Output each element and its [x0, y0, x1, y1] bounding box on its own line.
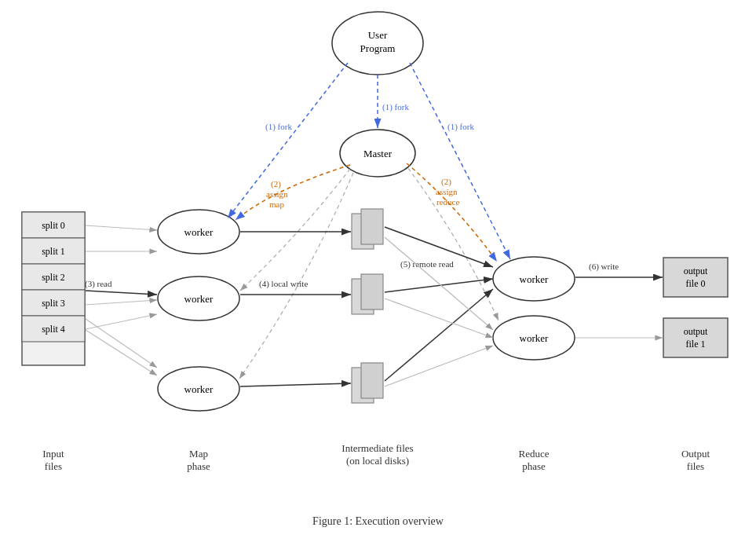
svg-line-27	[86, 291, 157, 295]
worker-reduce2-label: worker	[520, 332, 549, 344]
worker-map3-node: worker	[158, 367, 239, 411]
output-file0-label: output	[684, 266, 708, 276]
svg-line-25	[228, 63, 348, 218]
svg-line-36	[240, 383, 351, 386]
worker-reduce1-label: worker	[520, 273, 549, 285]
local-write-label: (4) local write	[259, 279, 308, 289]
split0-label: split 0	[42, 220, 65, 231]
svg-line-26	[410, 63, 510, 259]
user-program-label: User	[368, 29, 388, 41]
output-file1-label: output	[684, 326, 708, 337]
output-file1-label2: file 1	[686, 339, 706, 350]
split4-label: split 4	[42, 324, 65, 335]
split2-label: split 2	[42, 272, 65, 283]
figure-caption: Figure 1: Execution overview	[0, 495, 756, 542]
svg-text:phase: phase	[522, 460, 546, 472]
output-file0-node: output file 0	[663, 258, 728, 297]
svg-line-31	[86, 314, 157, 329]
assign-reduce-label2: assign	[436, 187, 458, 196]
worker-map2-label: worker	[184, 293, 214, 305]
svg-line-39	[385, 289, 493, 381]
fork-to-master-label: (1) fork	[382, 102, 409, 112]
worker-map1-label: worker	[184, 226, 214, 238]
split3-label: split 3	[42, 298, 65, 309]
svg-line-32	[86, 319, 157, 368]
input-splits: split 0 split 1 split 2 split 3 split 4	[22, 212, 85, 365]
assign-map-label3: map	[269, 200, 284, 209]
svg-text:phase: phase	[187, 460, 210, 472]
worker-reduce1-node: worker	[493, 257, 575, 301]
intermediate-files-mid	[352, 274, 383, 314]
svg-line-38	[385, 279, 493, 292]
worker-reduce2-node: worker	[493, 316, 575, 360]
user-program-label2: Program	[360, 42, 396, 54]
svg-rect-19	[361, 363, 383, 398]
col-map-phase: Map	[189, 448, 208, 460]
svg-rect-23	[663, 318, 728, 357]
svg-line-30	[86, 300, 157, 305]
figure-label: Figure 1:	[312, 515, 352, 528]
worker-map1-node: worker	[158, 210, 239, 254]
worker-map2-node: worker	[158, 276, 239, 320]
svg-rect-17	[361, 274, 383, 309]
split1-label: split 1	[42, 246, 65, 257]
svg-line-33	[86, 330, 157, 375]
fork-to-reduce1-label: (1) fork	[447, 122, 474, 132]
assign-reduce-label1: (2)	[441, 177, 451, 187]
output-file1-node: output file 1	[663, 318, 728, 357]
fork-to-map1-label: (1) fork	[265, 122, 292, 132]
svg-line-41	[385, 298, 493, 338]
col-output-files: Output	[681, 448, 710, 460]
svg-rect-15	[361, 209, 383, 244]
col-intermediate-files: Intermediate files	[341, 442, 413, 454]
output-file0-label2: file 0	[686, 278, 706, 289]
svg-rect-22	[663, 258, 728, 297]
write-label: (6) write	[589, 262, 619, 272]
svg-line-28	[86, 225, 157, 230]
master-label: Master	[363, 148, 393, 159]
remote-read-label: (5) remote read	[400, 259, 454, 269]
col-reduce-phase: Reduce	[519, 448, 550, 460]
diagram-container: split 0 split 1 split 2 split 3 split 4 …	[0, 0, 756, 495]
assign-map-label1: (2)	[271, 179, 281, 189]
figure-title: Execution overview	[356, 515, 444, 528]
intermediate-files-top	[352, 209, 383, 249]
svg-text:(on local disks): (on local disks)	[346, 455, 409, 467]
col-input-files: Input	[42, 448, 64, 460]
svg-line-40	[385, 237, 493, 330]
assign-map-label2: assign	[266, 189, 288, 199]
master-node: Master	[340, 130, 415, 177]
assign-reduce-label3: reduce	[436, 197, 459, 207]
worker-map3-label: worker	[184, 383, 214, 395]
svg-text:files: files	[687, 460, 704, 472]
intermediate-files-bot	[352, 363, 383, 403]
read-label: (3) read	[85, 279, 112, 289]
svg-line-42	[385, 346, 493, 386]
svg-text:files: files	[45, 460, 62, 472]
